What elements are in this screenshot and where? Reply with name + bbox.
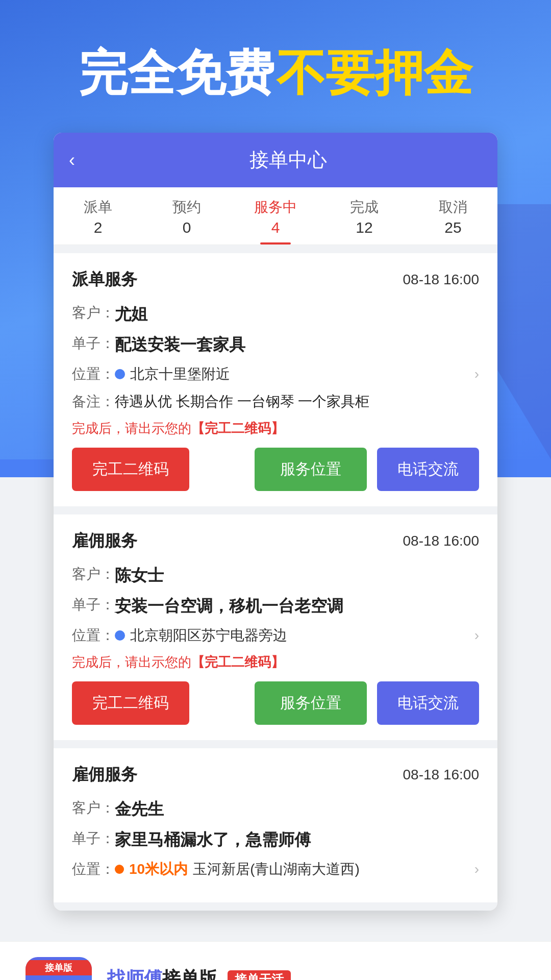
main-title: 完全免费 不要押金 bbox=[31, 41, 520, 107]
location-dot-1 bbox=[115, 369, 125, 379]
order-type-2: 雇佣服务 bbox=[72, 530, 137, 552]
location-label-2: 位置： bbox=[72, 626, 115, 645]
tab-reserve-label: 预约 bbox=[172, 198, 201, 217]
note-row-1: 备注： 待遇从优 长期合作 一台钢琴 一个家具柜 bbox=[72, 392, 479, 411]
order-item-row-1: 单子： 配送安装一套家具 bbox=[72, 334, 479, 356]
location-text-2: 北京朝阳区苏宁电器旁边 bbox=[130, 626, 287, 645]
bottom-banner: 接单版 🕵️ 找师傅接单版 接单干活 无抽成 无押金 无压价 不扣钱 不套路 bbox=[0, 941, 551, 980]
location-content-2: 北京朝阳区苏宁电器旁边 › bbox=[115, 626, 479, 645]
tab-in-service[interactable]: 服务中 4 bbox=[231, 187, 320, 244]
btn-phone-1[interactable]: 电话交流 bbox=[377, 448, 479, 491]
location-row-2: 位置： 北京朝阳区苏宁电器旁边 › bbox=[72, 626, 479, 645]
location-arrow-1: › bbox=[474, 366, 479, 382]
order-type-3: 雇佣服务 bbox=[72, 764, 137, 786]
customer-value-1: 尤姐 bbox=[115, 303, 147, 326]
banner-title-black: 接单版 bbox=[162, 968, 217, 980]
order-card-1: 派单服务 08-18 16:00 客户： 尤姐 单子： 配送安装一套家具 位置：… bbox=[54, 253, 497, 506]
location-text-3: 玉河新居(青山湖南大道西) bbox=[193, 860, 360, 879]
reminder-2: 完成后，请出示您的【完工二维码】 bbox=[72, 653, 479, 671]
location-text-1: 北京十里堡附近 bbox=[130, 364, 230, 384]
customer-value-2: 陈女士 bbox=[115, 565, 164, 587]
nav-bar: ‹ 接单中心 bbox=[54, 133, 497, 187]
distance-text-3: 10米以内 bbox=[129, 860, 188, 879]
order-value-3: 家里马桶漏水了，急需师傅 bbox=[115, 829, 311, 851]
order-card-3: 雇佣服务 08-18 16:00 客户： 金先生 单子： 家里马桶漏水了，急需师… bbox=[54, 748, 497, 902]
order-time-3: 08-18 16:00 bbox=[403, 767, 479, 783]
tab-done-count: 12 bbox=[356, 219, 372, 236]
order-label-2: 单子： bbox=[72, 595, 115, 615]
reminder-highlight-1: 【完工二维码】 bbox=[191, 421, 284, 436]
order-customer-row-2: 客户： 陈女士 bbox=[72, 565, 479, 587]
order-header-1: 派单服务 08-18 16:00 bbox=[72, 268, 479, 291]
order-card-2: 雇佣服务 08-18 16:00 客户： 陈女士 单子： 安装一台空调，移机一台… bbox=[54, 514, 497, 740]
tab-cancel-label: 取消 bbox=[439, 198, 467, 217]
banner-title-blue: 找师傅 bbox=[107, 968, 162, 980]
order-header-2: 雇佣服务 08-18 16:00 bbox=[72, 530, 479, 552]
customer-label-3: 客户： bbox=[72, 798, 115, 818]
action-buttons-2: 完工二维码 服务位置 电话交流 bbox=[72, 681, 479, 725]
banner-title: 找师傅接单版 接单干活 bbox=[107, 966, 525, 980]
btn-service-location-1[interactable]: 服务位置 bbox=[255, 448, 367, 491]
nav-title: 接单中心 bbox=[94, 147, 482, 173]
tab-cancel-count: 25 bbox=[444, 219, 461, 236]
location-row-3: 位置： 10米以内 玉河新居(青山湖南大道西) › bbox=[72, 860, 479, 879]
title-yellow: 不要押金 bbox=[277, 45, 472, 100]
tab-done[interactable]: 完成 12 bbox=[320, 187, 409, 244]
customer-label-2: 客户： bbox=[72, 565, 115, 584]
order-label-1: 单子： bbox=[72, 334, 115, 353]
back-button[interactable]: ‹ bbox=[69, 150, 94, 171]
customer-value-3: 金先生 bbox=[115, 798, 164, 821]
reminder-1: 完成后，请出示您的【完工二维码】 bbox=[72, 420, 479, 437]
tab-reserve-count: 0 bbox=[183, 219, 191, 236]
banner-tag: 接单干活 bbox=[228, 970, 291, 980]
location-content-3: 10米以内 玉河新居(青山湖南大道西) › bbox=[115, 860, 479, 879]
tab-reserve[interactable]: 预约 0 bbox=[142, 187, 231, 244]
order-type-1: 派单服务 bbox=[72, 268, 137, 291]
order-value-2: 安装一台空调，移机一台老空调 bbox=[115, 595, 343, 618]
customer-label-1: 客户： bbox=[72, 303, 115, 323]
distance-badge-3: 10米以内 bbox=[115, 860, 188, 879]
note-value-1: 待遇从优 长期合作 一台钢琴 一个家具柜 bbox=[115, 392, 369, 411]
note-label-1: 备注： bbox=[72, 392, 115, 411]
location-row-1: 位置： 北京十里堡附近 › bbox=[72, 364, 479, 384]
reminder-highlight-2: 【完工二维码】 bbox=[191, 654, 284, 670]
order-item-row-2: 单子： 安装一台空调，移机一台老空调 bbox=[72, 595, 479, 618]
btn-complete-qr-2[interactable]: 完工二维码 bbox=[72, 681, 189, 725]
app-icon-label: 接单版 bbox=[26, 960, 92, 975]
orders-container: 派单服务 08-18 16:00 客户： 尤姐 单子： 配送安装一套家具 位置：… bbox=[54, 245, 497, 911]
tab-cancel[interactable]: 取消 25 bbox=[409, 187, 497, 244]
order-header-3: 雇佣服务 08-18 16:00 bbox=[72, 764, 479, 786]
tab-dispatch-label: 派单 bbox=[84, 198, 112, 217]
order-item-row-3: 单子： 家里马桶漏水了，急需师傅 bbox=[72, 829, 479, 851]
tab-dispatch-count: 2 bbox=[94, 219, 103, 236]
order-label-3: 单子： bbox=[72, 829, 115, 848]
btn-service-location-2[interactable]: 服务位置 bbox=[255, 681, 367, 725]
btn-complete-qr-1[interactable]: 完工二维码 bbox=[72, 448, 189, 491]
app-window: ‹ 接单中心 派单 2 预约 0 服务中 4 完成 12 取消 25 bbox=[54, 133, 497, 911]
tab-inservice-count: 4 bbox=[271, 219, 280, 236]
order-customer-row-1: 客户： 尤姐 bbox=[72, 303, 479, 326]
location-arrow-3: › bbox=[474, 861, 479, 877]
title-white: 完全免费 bbox=[79, 45, 274, 100]
distance-dot-3 bbox=[115, 865, 124, 874]
tab-done-label: 完成 bbox=[350, 198, 379, 217]
banner-text: 找师傅接单版 接单干活 无抽成 无押金 无压价 不扣钱 不套路 bbox=[107, 966, 525, 980]
location-label-1: 位置： bbox=[72, 364, 115, 384]
location-content-1: 北京十里堡附近 › bbox=[115, 364, 479, 384]
btn-phone-2[interactable]: 电话交流 bbox=[377, 681, 479, 725]
tab-inservice-label: 服务中 bbox=[254, 198, 297, 217]
location-dot-2 bbox=[115, 630, 125, 641]
tab-dispatch[interactable]: 派单 2 bbox=[54, 187, 142, 244]
location-label-3: 位置： bbox=[72, 860, 115, 879]
order-time-1: 08-18 16:00 bbox=[403, 272, 479, 288]
order-customer-row-3: 客户： 金先生 bbox=[72, 798, 479, 821]
tabs-bar: 派单 2 预约 0 服务中 4 完成 12 取消 25 bbox=[54, 187, 497, 245]
action-buttons-1: 完工二维码 服务位置 电话交流 bbox=[72, 448, 479, 491]
order-value-1: 配送安装一套家具 bbox=[115, 334, 245, 356]
location-arrow-2: › bbox=[474, 627, 479, 644]
app-icon: 接单版 🕵️ bbox=[26, 957, 92, 980]
order-time-2: 08-18 16:00 bbox=[403, 533, 479, 549]
